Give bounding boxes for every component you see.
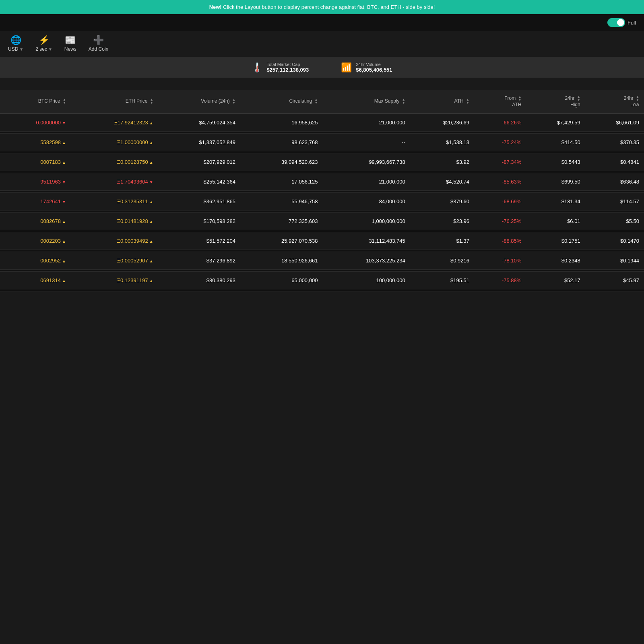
volume-cell: $80,380,293	[158, 272, 240, 289]
col-header-24hr-high[interactable]: 24hr ▲▼High	[526, 90, 585, 114]
col-header-24hr-low[interactable]: 24hr ▲▼Low	[585, 90, 644, 114]
eth-price-cell: Ξ0.31235311	[71, 193, 158, 211]
ath-cell: $1.37	[410, 232, 474, 250]
market-cap-stat: 🌡️ Total Market Cap $257,112,138,093	[252, 62, 309, 73]
low-24hr-cell: $636.48	[585, 173, 644, 191]
col-header-from-ath[interactable]: From ▲▼ATH	[474, 90, 526, 114]
max-supply-cell: 103,373,225,234	[322, 252, 410, 270]
eth-price-cell: Ξ0.00052907	[71, 252, 158, 270]
volume-cell: $37,296,892	[158, 252, 240, 270]
col-header-ath[interactable]: ATH ▲▼	[410, 90, 474, 114]
add-coin-button[interactable]: ➕ Add Coin	[89, 36, 108, 52]
from-ath-cell: -78.10%	[474, 252, 526, 270]
spacer-row	[0, 289, 644, 291]
toggle-track[interactable]	[607, 18, 625, 27]
ath-cell: $195.51	[410, 272, 474, 289]
add-coin-label: Add Coin	[89, 46, 108, 52]
circulating-cell: 55,946,758	[240, 193, 322, 211]
col-header-btc-price[interactable]: BTC Price ▲▼	[0, 90, 71, 114]
ath-cell: $20,236.69	[410, 114, 474, 132]
eth-price-cell: Ξ0.12391197	[71, 272, 158, 289]
crypto-table: BTC Price ▲▼ ETH Price ▲▼ Volume (24h) ▲…	[0, 90, 644, 291]
high-24hr-cell: $0.5443	[526, 153, 585, 171]
low-24hr-cell: $370.35	[585, 134, 644, 151]
lightning-icon: ⚡	[39, 36, 50, 45]
table-header-row: BTC Price ▲▼ ETH Price ▲▼ Volume (24h) ▲…	[0, 90, 644, 114]
full-toggle[interactable]: Full	[607, 18, 636, 27]
news-icon: 📰	[65, 36, 76, 45]
btc-price-cell: 0007183	[0, 153, 71, 171]
table-row: 0691314Ξ0.12391197$80,380,29365,000,0001…	[0, 272, 644, 289]
currency-label: USD	[8, 46, 18, 52]
refresh-dropdown-arrow: ▼	[48, 47, 52, 52]
globe-icon: 🌐	[10, 36, 21, 45]
btc-price-cell: 1742641	[0, 193, 71, 211]
col-header-volume[interactable]: Volume (24h) ▲▼	[158, 90, 240, 114]
crypto-table-container: BTC Price ▲▼ ETH Price ▲▼ Volume (24h) ▲…	[0, 90, 644, 291]
currency-selector[interactable]: 🌐 USD ▼	[8, 36, 23, 52]
high-24hr-cell: $0.1751	[526, 232, 585, 250]
max-supply-cell: 21,000,000	[322, 173, 410, 191]
high-24hr-cell: $6.01	[526, 213, 585, 230]
eth-price-cell: Ξ17.92412323	[71, 114, 158, 132]
volume-cell: $4,759,024,354	[158, 114, 240, 132]
volume-cell: $255,142,364	[158, 173, 240, 191]
ath-cell: $23.96	[410, 213, 474, 230]
max-supply-cell: 1,000,000,000	[322, 213, 410, 230]
announcement-prefix: New!	[209, 4, 222, 10]
low-24hr-cell: $114.57	[585, 193, 644, 211]
high-24hr-cell: $7,429.59	[526, 114, 585, 132]
circulating-cell: 772,335,603	[240, 213, 322, 230]
eth-price-cell: Ξ1.70493604	[71, 173, 158, 191]
max-supply-cell: 84,000,000	[322, 193, 410, 211]
chart-icon: 📶	[341, 62, 352, 73]
high-24hr-cell: $131.34	[526, 193, 585, 211]
from-ath-cell: -88.85%	[474, 232, 526, 250]
eth-price-cell: Ξ0.00039492	[71, 232, 158, 250]
eth-price-cell: Ξ0.00128750	[71, 153, 158, 171]
from-ath-cell: -87.34%	[474, 153, 526, 171]
currency-dropdown-arrow: ▼	[19, 47, 23, 52]
circulating-cell: 98,623,768	[240, 134, 322, 151]
refresh-selector[interactable]: ⚡ 2 sec ▼	[35, 36, 52, 52]
btc-price-cell: 0002203	[0, 232, 71, 250]
toggle-thumb	[617, 19, 624, 26]
eth-price-cell: Ξ1.00000000	[71, 134, 158, 151]
btc-price-cell: 0082678	[0, 213, 71, 230]
max-supply-cell: --	[322, 134, 410, 151]
news-button[interactable]: 📰 News	[64, 36, 76, 52]
table-row: 0007183Ξ0.00128750$207,929,01239,094,520…	[0, 153, 644, 171]
market-cap-value: $257,112,138,093	[266, 67, 309, 73]
btc-price-cell: 0002952	[0, 252, 71, 270]
btc-price-cell: 9511963	[0, 173, 71, 191]
high-24hr-cell: $414.50	[526, 134, 585, 151]
table-row: 0082678Ξ0.01481928$170,598,282772,335,60…	[0, 213, 644, 230]
volume-cell: $207,929,012	[158, 153, 240, 171]
high-24hr-cell: $0.2348	[526, 252, 585, 270]
max-supply-cell: 100,000,000	[322, 272, 410, 289]
eth-price-cell: Ξ0.01481928	[71, 213, 158, 230]
circulating-cell: 18,550,926,661	[240, 252, 322, 270]
volume-cell: $170,598,282	[158, 213, 240, 230]
volume-cell: $51,572,204	[158, 232, 240, 250]
from-ath-cell: -75.88%	[474, 272, 526, 289]
circulating-cell: 65,000,000	[240, 272, 322, 289]
volume-cell: $1,337,052,849	[158, 134, 240, 151]
low-24hr-cell: $6,661.09	[585, 114, 644, 132]
table-row: 5582598Ξ1.00000000$1,337,052,84998,623,7…	[0, 134, 644, 151]
table-row: 1742641Ξ0.31235311$362,951,86555,946,758…	[0, 193, 644, 211]
high-24hr-cell: $699.50	[526, 173, 585, 191]
toolbar: 🌐 USD ▼ ⚡ 2 sec ▼ 📰 News ➕ Add Coin	[0, 31, 644, 57]
market-cap-label: Total Market Cap	[266, 62, 309, 67]
table-row: 0002203Ξ0.00039492$51,572,20425,927,070,…	[0, 232, 644, 250]
table-row: 0.0000000Ξ17.92412323$4,759,024,35416,95…	[0, 114, 644, 132]
col-header-eth-price[interactable]: ETH Price ▲▼	[71, 90, 158, 114]
table-row: 0002952Ξ0.00052907$37,296,89218,550,926,…	[0, 252, 644, 270]
circulating-cell: 39,094,520,623	[240, 153, 322, 171]
from-ath-cell: -85.63%	[474, 173, 526, 191]
top-controls: Full	[0, 14, 644, 31]
news-label: News	[64, 46, 76, 52]
col-header-max-supply[interactable]: Max Supply ▲▼	[322, 90, 410, 114]
col-header-circulating[interactable]: Circulating ▲▼	[240, 90, 322, 114]
ath-cell: $1,538.13	[410, 134, 474, 151]
